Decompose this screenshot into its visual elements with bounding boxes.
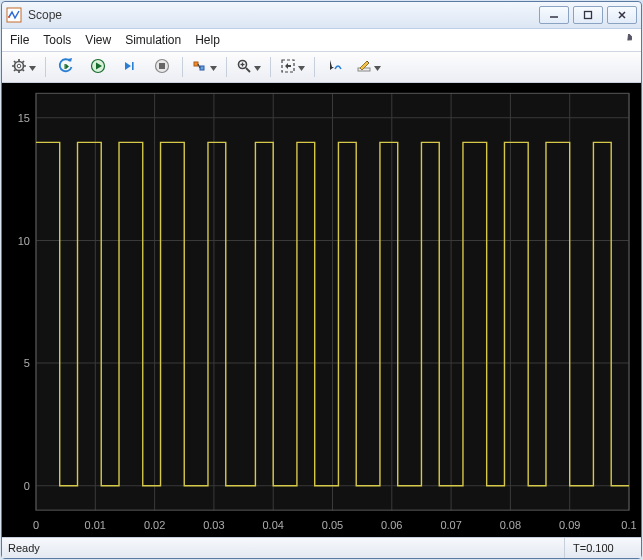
svg-text:15: 15 bbox=[18, 112, 30, 124]
svg-text:0.01: 0.01 bbox=[85, 519, 106, 531]
svg-rect-14 bbox=[65, 64, 66, 69]
zoom-icon bbox=[236, 58, 252, 77]
fit-to-view-button[interactable] bbox=[277, 55, 308, 79]
chevron-down-icon bbox=[29, 60, 36, 74]
window-title: Scope bbox=[28, 8, 62, 22]
chevron-down-icon bbox=[374, 60, 381, 74]
svg-line-10 bbox=[23, 69, 24, 70]
chevron-down-icon bbox=[254, 60, 261, 74]
run-button[interactable] bbox=[84, 55, 112, 79]
toolbar bbox=[2, 52, 641, 83]
svg-text:0.04: 0.04 bbox=[263, 519, 284, 531]
svg-text:0.1: 0.1 bbox=[621, 519, 636, 531]
edit-icon bbox=[356, 58, 372, 77]
step-back-button[interactable] bbox=[52, 55, 80, 79]
svg-text:0: 0 bbox=[33, 519, 39, 531]
menu-simulation[interactable]: Simulation bbox=[125, 33, 181, 47]
svg-rect-3 bbox=[585, 12, 592, 19]
svg-text:0.02: 0.02 bbox=[144, 519, 165, 531]
separator bbox=[182, 57, 183, 77]
svg-text:10: 10 bbox=[18, 234, 30, 246]
svg-point-13 bbox=[17, 64, 21, 68]
svg-point-1 bbox=[8, 16, 10, 18]
trigger-button[interactable] bbox=[189, 55, 220, 79]
svg-line-11 bbox=[23, 61, 24, 62]
separator bbox=[226, 57, 227, 77]
run-icon bbox=[90, 58, 106, 77]
cursor-measure-button[interactable] bbox=[321, 55, 349, 79]
svg-line-9 bbox=[14, 61, 15, 62]
status-text: Ready bbox=[2, 542, 564, 554]
zoom-button[interactable] bbox=[233, 55, 264, 79]
highlight-icon bbox=[192, 58, 208, 77]
svg-text:0.08: 0.08 bbox=[500, 519, 521, 531]
sim-time-text: T=0.100 bbox=[564, 538, 641, 558]
fit-to-view-icon bbox=[280, 58, 296, 77]
svg-line-22 bbox=[246, 68, 250, 72]
separator bbox=[314, 57, 315, 77]
maximize-button[interactable] bbox=[573, 6, 603, 24]
menubar: File Tools View Simulation Help bbox=[2, 29, 641, 52]
step-forward-icon bbox=[122, 58, 138, 77]
window-controls bbox=[539, 6, 637, 24]
app-icon bbox=[6, 7, 22, 23]
scope-plot[interactable]: 00.010.020.030.040.050.060.070.080.090.1… bbox=[2, 83, 641, 537]
gear-icon bbox=[11, 58, 27, 77]
menu-help[interactable]: Help bbox=[195, 33, 220, 47]
minimize-button[interactable] bbox=[539, 6, 569, 24]
svg-line-12 bbox=[14, 69, 15, 70]
svg-text:0.09: 0.09 bbox=[559, 519, 580, 531]
svg-rect-19 bbox=[194, 62, 198, 66]
statusbar: Ready T=0.100 bbox=[2, 537, 641, 558]
chevron-down-icon bbox=[298, 60, 305, 74]
separator bbox=[270, 57, 271, 77]
step-forward-button[interactable] bbox=[116, 55, 144, 79]
menu-view[interactable]: View bbox=[85, 33, 111, 47]
config-button[interactable] bbox=[8, 55, 39, 79]
titlebar: Scope bbox=[2, 2, 641, 29]
menu-tools[interactable]: Tools bbox=[43, 33, 71, 47]
separator bbox=[45, 57, 46, 77]
close-button[interactable] bbox=[607, 6, 637, 24]
chevron-down-icon bbox=[210, 60, 217, 74]
scope-window: Scope File Tools View Simulation Help bbox=[1, 1, 642, 559]
svg-text:0: 0 bbox=[24, 480, 30, 492]
svg-text:0.06: 0.06 bbox=[381, 519, 402, 531]
svg-rect-16 bbox=[132, 62, 134, 70]
measurements-button[interactable] bbox=[353, 55, 384, 79]
svg-text:0.05: 0.05 bbox=[322, 519, 343, 531]
svg-text:0.03: 0.03 bbox=[203, 519, 224, 531]
stop-icon bbox=[154, 58, 170, 77]
svg-rect-18 bbox=[159, 63, 165, 69]
cursor-measure-icon bbox=[327, 58, 343, 77]
svg-text:5: 5 bbox=[24, 357, 30, 369]
stop-button[interactable] bbox=[148, 55, 176, 79]
svg-text:0.07: 0.07 bbox=[440, 519, 461, 531]
show-toolbar-icon[interactable] bbox=[619, 32, 635, 46]
menu-file[interactable]: File bbox=[10, 33, 29, 47]
svg-rect-20 bbox=[200, 66, 204, 70]
step-back-icon bbox=[58, 58, 74, 77]
